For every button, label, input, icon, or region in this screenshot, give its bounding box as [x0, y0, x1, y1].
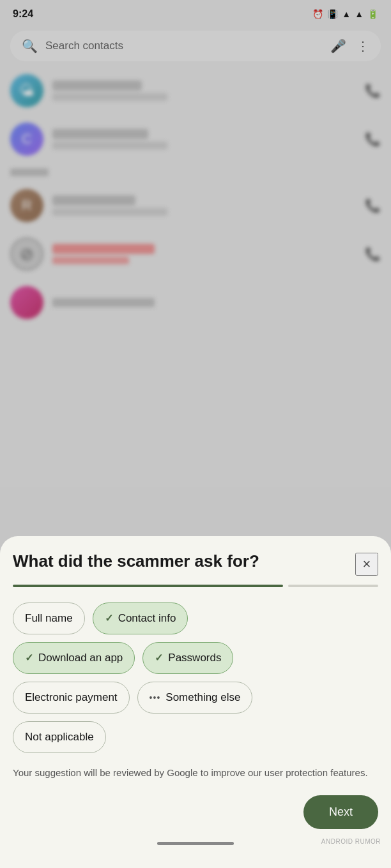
sheet-header: What did the scammer ask for? × — [13, 551, 378, 576]
progress-bar — [13, 585, 378, 587]
chip-label: Contact info — [118, 612, 176, 625]
options-row-3: Electronic payment ••• Something else — [13, 682, 378, 714]
next-button[interactable]: Next — [303, 795, 378, 829]
progress-filled — [13, 585, 283, 587]
chip-label: Download an app — [38, 652, 123, 664]
suggestion-text: Your suggestion will be reviewed by Goog… — [13, 766, 378, 781]
chip-contact-info[interactable]: ✓ Contact info — [93, 602, 188, 634]
chip-electronic-payment[interactable]: Electronic payment — [13, 682, 130, 714]
chip-something-else[interactable]: ••• Something else — [137, 682, 253, 714]
check-icon: ✓ — [105, 612, 113, 624]
chip-label: Not applicable — [25, 731, 94, 744]
chip-label: Passwords — [168, 652, 221, 664]
sheet-title: What did the scammer ask for? — [13, 551, 355, 571]
chip-full-name[interactable]: Full name — [13, 602, 85, 634]
check-icon: ✓ — [25, 652, 33, 664]
home-bar — [157, 842, 234, 845]
bottom-sheet: What did the scammer ask for? × Full nam… — [0, 536, 391, 869]
options-grid: Full name ✓ Contact info ✓ Download an a… — [13, 602, 378, 753]
dots-icon: ••• — [150, 692, 161, 703]
check-icon: ✓ — [155, 652, 163, 664]
watermark: ANDROID RUMOR — [321, 838, 381, 845]
chip-label: Something else — [165, 691, 240, 704]
options-row-4: Not applicable — [13, 721, 378, 753]
chip-download-app[interactable]: ✓ Download an app — [13, 642, 135, 674]
chip-passwords[interactable]: ✓ Passwords — [142, 642, 233, 674]
chip-label: Full name — [25, 612, 73, 625]
options-row-1: Full name ✓ Contact info — [13, 602, 378, 634]
chip-not-applicable[interactable]: Not applicable — [13, 721, 106, 753]
close-button[interactable]: × — [355, 553, 378, 576]
options-row-2: ✓ Download an app ✓ Passwords — [13, 642, 378, 674]
progress-empty — [288, 585, 378, 587]
chip-label: Electronic payment — [25, 691, 118, 704]
next-button-container: Next — [13, 795, 378, 829]
